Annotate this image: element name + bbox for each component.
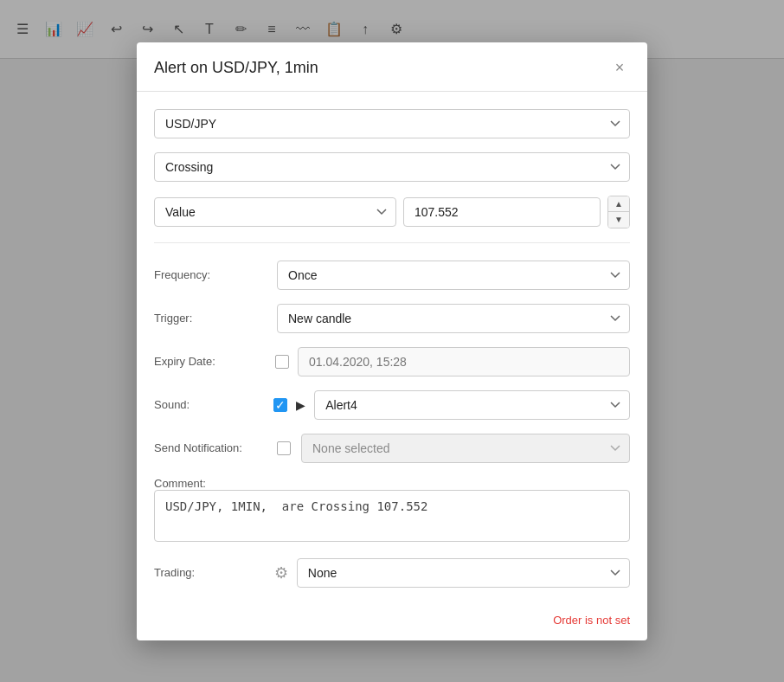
stepper-up-button[interactable]: ▲	[608, 196, 629, 212]
comment-section: Comment: USD/JPY, 1MIN, are Crossing 107…	[154, 477, 630, 544]
frequency-row: Frequency: Once Every time Once per bar	[154, 261, 630, 290]
expiry-row: Expiry Date:	[154, 347, 630, 376]
expiry-checkbox[interactable]	[275, 355, 289, 369]
condition-select[interactable]: Crossing Crossing Up Crossing Down Great…	[154, 152, 630, 182]
trading-gear-icon[interactable]: ⚙	[273, 561, 290, 585]
notification-checkbox[interactable]	[277, 441, 291, 455]
price-type-select[interactable]: Value Ask Bid	[154, 197, 396, 227]
trading-label: Trading:	[154, 566, 267, 579]
stepper-down-button[interactable]: ▼	[608, 212, 629, 228]
modal-body: USD/JPY EUR/USD GBP/USD Crossing Crossin…	[137, 92, 647, 605]
trigger-label: Trigger:	[154, 312, 267, 325]
play-button[interactable]: ▶	[294, 395, 307, 415]
price-value-input[interactable]	[403, 197, 601, 227]
sound-label: Sound:	[154, 398, 267, 411]
play-icon: ▶	[296, 398, 305, 412]
modal-overlay: Alert on USD/JPY, 1min × USD/JPY EUR/USD…	[0, 0, 784, 682]
order-status: Order is not set	[553, 614, 630, 627]
sound-row: Sound: ✓ ▶ Alert4 Alert1 Alert2 Alert3	[154, 390, 630, 420]
modal-footer: Order is not set	[137, 605, 647, 640]
sound-checkbox[interactable]: ✓	[273, 398, 287, 412]
modal-title: Alert on USD/JPY, 1min	[154, 59, 318, 77]
trading-row: Trading: ⚙ None Buy Sell	[154, 558, 630, 588]
trading-select[interactable]: None Buy Sell	[297, 558, 630, 588]
comment-label: Comment:	[154, 477, 267, 490]
comment-textarea[interactable]: USD/JPY, 1MIN, are Crossing 107.552	[154, 490, 630, 542]
notification-row: Send Notification: None selected	[154, 434, 630, 463]
condition-row: Crossing Crossing Up Crossing Down Great…	[154, 152, 630, 182]
comment-label-row: Comment:	[154, 477, 630, 490]
frequency-select[interactable]: Once Every time Once per bar	[277, 261, 630, 290]
expiry-input[interactable]	[298, 347, 630, 376]
modal-header: Alert on USD/JPY, 1min ×	[137, 42, 647, 92]
symbol-row: USD/JPY EUR/USD GBP/USD	[154, 109, 630, 138]
frequency-label: Frequency:	[154, 268, 267, 281]
trigger-select[interactable]: New candle On bar close Once per bar	[277, 304, 630, 333]
divider-1	[154, 242, 630, 243]
alert-modal: Alert on USD/JPY, 1min × USD/JPY EUR/USD…	[137, 42, 647, 640]
expiry-label: Expiry Date:	[154, 355, 267, 368]
value-row: Value Ask Bid ▲ ▼	[154, 196, 630, 228]
notification-select[interactable]: None selected	[301, 434, 630, 463]
value-stepper: ▲ ▼	[607, 196, 630, 228]
modal-close-button[interactable]: ×	[609, 58, 630, 79]
notification-label: Send Notification:	[154, 441, 267, 454]
symbol-select[interactable]: USD/JPY EUR/USD GBP/USD	[154, 109, 630, 138]
trigger-row: Trigger: New candle On bar close Once pe…	[154, 304, 630, 333]
sound-select[interactable]: Alert4 Alert1 Alert2 Alert3	[314, 390, 630, 420]
